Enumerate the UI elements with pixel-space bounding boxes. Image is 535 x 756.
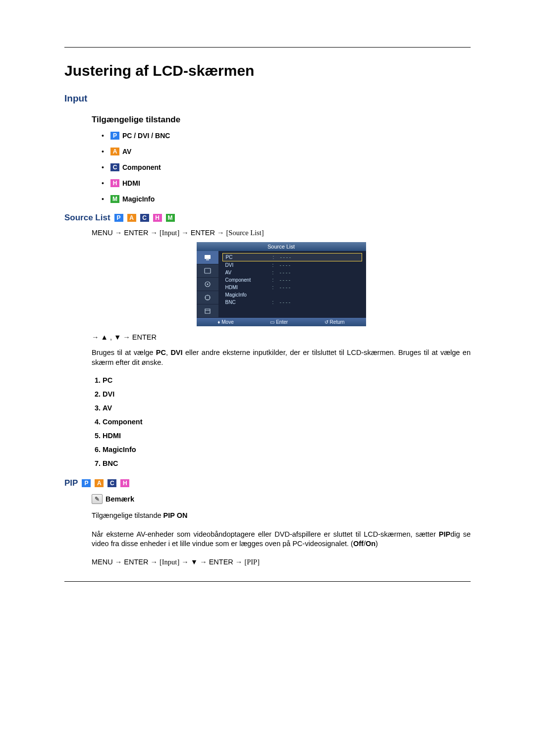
pip-description: Når eksterne AV-enheder som videobåndopt… (92, 530, 471, 549)
osd-header: Source List (197, 242, 366, 251)
list-item: HDMI (103, 432, 471, 440)
mode-item: C Component (102, 163, 471, 171)
svg-rect-1 (206, 259, 209, 260)
pip-label: PIP (64, 478, 78, 488)
osd-row: BNC:- - - - (222, 299, 362, 306)
badge-p-icon: P (110, 132, 119, 140)
mode-item: M MagicInfo (102, 195, 471, 203)
mode-item: H HDMI (102, 179, 471, 187)
badge-a-icon: A (95, 479, 104, 487)
mode-item: A AV (102, 148, 471, 155)
pip-modes-line: Tilgængelige tilstande PIP ON (92, 511, 471, 521)
mode-label: PC / DVI / BNC (122, 132, 170, 140)
svg-point-4 (207, 284, 208, 285)
source-list-description: Bruges til at vælge PC, DVI eller andre … (92, 348, 471, 367)
badge-p-icon: P (114, 214, 123, 222)
pip-menu-path: MENU → ENTER → [Input] → ▼ → ENTER → [PI… (92, 558, 471, 566)
osd-side-tabs (197, 251, 218, 318)
osd-row: MagicInfo (222, 291, 362, 299)
osd-row: HDMI:- - - - (222, 284, 362, 291)
mode-label: MagicInfo (122, 195, 155, 203)
source-list-label: Source List (64, 213, 110, 223)
list-item: Component (103, 418, 471, 426)
osd-footer-return: ↺ Return (324, 319, 345, 325)
svg-rect-0 (205, 255, 211, 259)
osd-footer: ♦ Move ▭ Enter ↺ Return (197, 318, 366, 326)
modes-heading: Tilgængelige tilstande (92, 115, 471, 125)
available-modes-list: P PC / DVI / BNC A AV C Component H HDMI… (102, 132, 471, 203)
osd-tab-icon (197, 251, 218, 264)
list-item: BNC (103, 459, 471, 467)
mode-label: AV (122, 148, 131, 155)
note-icon: ✎ (92, 494, 103, 504)
badge-c-icon: C (140, 214, 149, 222)
menu-path: MENU → ENTER → [Input] → ENTER → [Source… (92, 229, 471, 237)
osd-tab-icon (197, 304, 218, 318)
source-numbered-list: PC DVI AV Component HDMI MagicInfo BNC (92, 376, 471, 467)
osd-footer-move: ♦ Move (217, 319, 233, 325)
badge-p-icon: P (82, 479, 91, 487)
badge-m-icon: M (110, 195, 119, 203)
note-label: Bemærk (106, 495, 134, 503)
osd-menu-list: PC:- - - - DVI:- - - - AV:- - - - Compon… (218, 251, 366, 318)
note-heading: ✎ Bemærk (92, 494, 471, 504)
section-source-list-heading: Source List P A C H M (64, 213, 471, 223)
svg-rect-2 (205, 268, 211, 273)
badge-a-icon: A (110, 148, 119, 155)
mode-label: Component (122, 163, 161, 171)
badge-h-icon: H (120, 479, 129, 487)
osd-tab-icon (197, 264, 218, 278)
osd-row: Component:- - - - (222, 276, 362, 284)
osd-footer-enter: ▭ Enter (270, 319, 288, 325)
mode-item: P PC / DVI / BNC (102, 132, 471, 140)
badge-h-icon: H (153, 214, 162, 222)
badge-h-icon: H (110, 179, 119, 187)
list-item: DVI (103, 390, 471, 398)
list-item: PC (103, 376, 471, 384)
section-input-heading: Input (64, 93, 471, 104)
page-title: Justering af LCD-skærmen (64, 62, 471, 79)
badge-c-icon: C (107, 479, 116, 487)
osd-tab-icon (197, 278, 218, 291)
badge-m-icon: M (166, 214, 175, 222)
osd-row: PC:- - - - (222, 253, 362, 261)
osd-tab-icon (197, 291, 218, 304)
mode-label: HDMI (122, 179, 140, 187)
osd-row: AV:- - - - (222, 269, 362, 276)
badge-a-icon: A (127, 214, 136, 222)
arrow-nav-text: → ▲ , ▼ → ENTER (92, 333, 471, 341)
section-pip-heading: PIP P A C H (64, 478, 471, 488)
list-item: AV (103, 404, 471, 412)
badge-c-icon: C (110, 163, 119, 171)
osd-row: DVI:- - - - (222, 261, 362, 269)
list-item: MagicInfo (103, 446, 471, 454)
osd-menu-screenshot: Source List PC:- - - - DVI:- - - - AV:- … (197, 242, 366, 326)
